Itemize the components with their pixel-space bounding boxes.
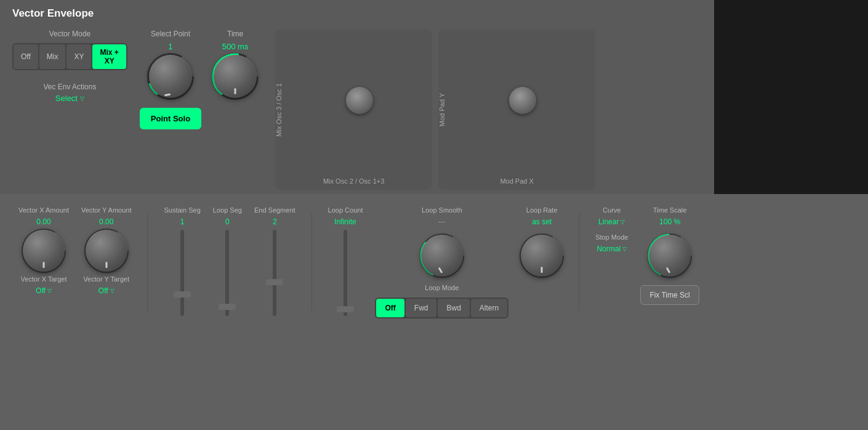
select-point-label: Select Point: [151, 30, 190, 38]
time-scale-group: Time Scale 100 % Fix Time Scl: [640, 206, 699, 305]
loop-seg-value: 0: [225, 217, 230, 226]
vector-x-amount-label: Vector X Amount: [18, 206, 69, 214]
vector-x-amount-knob[interactable]: [23, 230, 65, 272]
loop-mode-altern[interactable]: Altern: [471, 299, 507, 317]
stop-mode-group: Stop Mode Normal ▽: [595, 233, 628, 253]
end-segment-value: 2: [273, 217, 277, 226]
curve-chevron: ▽: [621, 219, 625, 225]
xy-pad2-vertical-label: Mod Pad Y: [438, 93, 449, 126]
loop-smooth-label: Loop Smooth: [422, 206, 462, 214]
vector-mode-group: Off Mix XY Mix +XY: [12, 43, 127, 70]
xy-pad1-horizontal-label: Mix Osc 2 / Osc 1+3: [323, 177, 384, 185]
xy-pad-1[interactable]: Mix Osc 3 / Osc 1 Mix Osc 2 / Osc 1+3: [275, 30, 432, 190]
select-point-value: 1: [168, 42, 172, 51]
fix-time-scl-button[interactable]: Fix Time Scl: [640, 285, 699, 305]
loop-count-slider[interactable]: [344, 230, 347, 316]
loop-smooth-group: Loop Smooth --- Loop Mode Off Fwd Bwd Al…: [375, 206, 508, 318]
mode-btn-mix-xy[interactable]: Mix +XY: [92, 44, 126, 69]
vector-x-amount-group: Vector X Amount 0.00 Vector X Target Off…: [18, 206, 69, 295]
curve-group: Curve Linear ▽: [595, 206, 628, 226]
loop-count-value: Infinite: [334, 217, 356, 226]
vec-env-actions: Vec Env Actions Select ▽: [43, 83, 96, 103]
loop-rate-knob[interactable]: [521, 235, 563, 277]
vector-y-amount-value: 0.00: [99, 217, 113, 226]
loop-seg-handle[interactable]: [219, 304, 236, 310]
vector-y-amount-knob[interactable]: [86, 230, 127, 272]
loop-mode-label: Loop Mode: [425, 284, 459, 291]
mode-btn-off[interactable]: Off: [14, 44, 38, 69]
end-segment-label: End Segment: [254, 206, 295, 214]
vector-x-target-label: Vector X Target: [20, 275, 66, 283]
time-scale-label: Time Scale: [653, 206, 687, 214]
time-knob[interactable]: [214, 55, 257, 98]
vector-y-target-value[interactable]: Off ▽: [98, 286, 115, 295]
loop-count-handle[interactable]: [337, 306, 354, 312]
time-scale-knob[interactable]: [649, 235, 691, 277]
xy-pad1-vertical-label: Mix Osc 3 / Osc 1: [275, 83, 286, 137]
stop-mode-chevron: ▽: [622, 246, 627, 252]
sustain-seg-group: Sustain Seg 1: [164, 206, 200, 316]
loop-seg-slider[interactable]: [225, 230, 229, 316]
sustain-seg-slider[interactable]: [180, 230, 184, 316]
end-segment-handle[interactable]: [266, 279, 283, 285]
loop-mode-bwd[interactable]: Bwd: [438, 299, 469, 317]
xy-pad2-dot[interactable]: [509, 87, 536, 114]
mode-btn-mix[interactable]: Mix: [39, 44, 66, 69]
vector-y-target-chevron: ▽: [110, 288, 115, 294]
time-value: 500 ms: [222, 42, 249, 51]
loop-rate-group: Loop Rate as set: [521, 206, 563, 277]
time-label: Time: [227, 30, 243, 38]
bottom-panel: Vector X Amount 0.00 Vector X Target Off…: [0, 194, 868, 430]
loop-seg-label: Loop Seg: [213, 206, 242, 214]
time-scale-value: 100 %: [659, 217, 680, 226]
vec-env-actions-label: Vec Env Actions: [43, 83, 96, 91]
select-point-section: Select Point 1 Point Solo: [140, 30, 201, 129]
sustain-seg-label: Sustain Seg: [164, 206, 200, 214]
sustain-seg-value: 1: [180, 217, 185, 226]
vector-mode-label: Vector Mode: [49, 30, 90, 38]
stop-mode-value[interactable]: Normal ▽: [597, 245, 627, 253]
vector-x-amount-value: 0.00: [36, 217, 50, 226]
loop-rate-value: as set: [532, 217, 552, 226]
vector-y-target-label: Vector Y Target: [83, 275, 129, 283]
loop-smooth-value: ---: [438, 217, 446, 226]
sustain-seg-handle[interactable]: [174, 291, 191, 298]
time-knob-body: [214, 55, 257, 98]
vector-x-target-value[interactable]: Off ▽: [36, 286, 52, 295]
xy-pad1-dot[interactable]: [346, 87, 373, 114]
vector-y-amount-group: Vector Y Amount 0.00 Vector Y Target Off…: [81, 206, 132, 295]
loop-count-label: Loop Count: [328, 206, 363, 214]
loop-mode-off[interactable]: Off: [376, 299, 404, 317]
curve-value[interactable]: Linear ▽: [598, 217, 625, 226]
vec-env-actions-value[interactable]: Select ▽: [55, 94, 84, 103]
vector-x-target-chevron: ▽: [47, 288, 52, 294]
loop-mode-group: Off Fwd Bwd Altern: [375, 298, 508, 318]
xy-pad2-horizontal-label: Mod Pad X: [500, 177, 533, 185]
curve-label: Curve: [603, 206, 621, 214]
vec-env-chevron: ▽: [80, 95, 84, 102]
time-section: Time 500 ms: [214, 30, 257, 98]
end-segment-group: End Segment 2: [254, 206, 295, 316]
mode-btn-xy[interactable]: XY: [66, 44, 91, 69]
end-segment-slider[interactable]: [273, 230, 276, 316]
xy-pad-2[interactable]: Mod Pad Y Mod Pad X: [438, 30, 595, 190]
xy-pads: Mix Osc 3 / Osc 1 Mix Osc 2 / Osc 1+3 Mo…: [275, 30, 595, 190]
point-solo-button[interactable]: Point Solo: [140, 108, 201, 129]
vector-mode-section: Vector Mode Off Mix XY Mix +XY Vec Env A…: [12, 30, 127, 103]
stop-mode-label: Stop Mode: [595, 233, 628, 241]
loop-seg-group: Loop Seg 0: [213, 206, 242, 316]
loop-count-group: Loop Count Infinite: [328, 206, 363, 316]
select-point-knob[interactable]: [149, 55, 192, 98]
select-point-knob-body: [149, 55, 192, 98]
vector-y-amount-label: Vector Y Amount: [81, 206, 132, 214]
panel-title: Vector Envelope: [12, 7, 702, 20]
loop-mode-fwd[interactable]: Fwd: [406, 299, 437, 317]
curve-stopmode-section: Curve Linear ▽ Stop Mode Normal ▽: [595, 206, 628, 253]
loop-rate-label: Loop Rate: [526, 206, 558, 214]
top-panel: Vector Envelope Vector Mode Off Mix XY M…: [0, 0, 714, 194]
loop-smooth-knob[interactable]: [421, 235, 463, 277]
